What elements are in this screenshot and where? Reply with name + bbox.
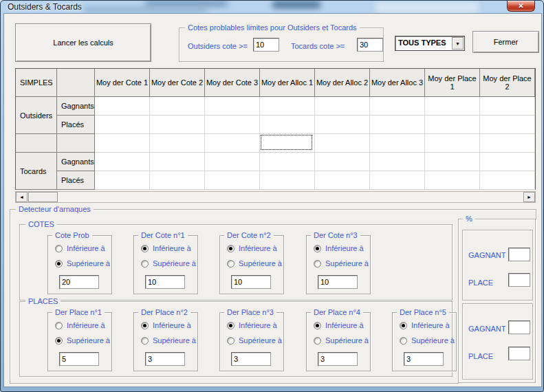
grid-cell[interactable] <box>260 171 315 190</box>
radio-label: Supérieure à <box>67 336 110 345</box>
grid-cell[interactable] <box>260 116 315 134</box>
radio-inferieure[interactable]: Inférieure à <box>227 321 277 329</box>
grid-cell[interactable] <box>370 171 425 190</box>
grid-cell[interactable] <box>425 134 480 153</box>
radio-inferieure[interactable]: Inférieure à <box>141 244 191 252</box>
radio-superieure[interactable]: Supérieure à <box>55 259 110 268</box>
percent-cotes-section: GAGNANT PLACE <box>462 230 533 301</box>
grid-cell[interactable] <box>150 171 205 190</box>
radio-label: Inférieure à <box>239 244 277 252</box>
grid-cell[interactable] <box>95 134 150 153</box>
grid-cell[interactable] <box>315 153 370 171</box>
place-percent-input[interactable] <box>508 347 530 360</box>
threshold-input[interactable] <box>59 275 99 289</box>
grid-cell[interactable] <box>425 116 480 134</box>
launch-calculations-button[interactable]: Lancer les calculs <box>15 23 151 62</box>
threshold-input[interactable] <box>404 352 444 366</box>
grid-cell[interactable] <box>205 134 260 153</box>
grid-cell[interactable] <box>315 97 370 116</box>
frame-cote-prob: Cote Prob Inférieure à Supérieure à <box>47 235 112 294</box>
grid-cell[interactable] <box>370 116 425 134</box>
grid-cell[interactable] <box>315 134 370 153</box>
radio-icon <box>314 337 321 345</box>
grid-cell[interactable] <box>425 97 480 116</box>
scrollbar-thumb[interactable] <box>28 192 58 202</box>
radio-superieure[interactable]: Supérieure à <box>314 259 369 268</box>
grid-cell[interactable] <box>370 97 425 116</box>
results-grid[interactable]: SIMPLES Moy der Cote 1 Moy der Cote 2 Mo… <box>15 68 536 190</box>
grid-cell[interactable] <box>425 153 480 171</box>
grid-cell[interactable] <box>150 116 205 134</box>
radio-icon <box>227 260 235 268</box>
close-button[interactable]: ✕ <box>507 1 535 12</box>
grid-cell[interactable] <box>205 97 260 116</box>
grid-rowgroup-outsiders: Outsiders <box>16 97 57 134</box>
grid-selected-cell[interactable] <box>260 134 315 153</box>
grid-cell[interactable] <box>150 153 205 171</box>
horizontal-scrollbar[interactable]: ◄ ► <box>15 191 536 203</box>
radio-icon <box>141 260 149 268</box>
grid-cell[interactable] <box>315 116 370 134</box>
grid-cell[interactable] <box>480 134 535 153</box>
threshold-input[interactable] <box>318 352 358 366</box>
type-select[interactable]: TOUS TYPES ▼ <box>395 36 465 51</box>
grid-cell[interactable] <box>95 171 150 190</box>
grid-cell[interactable] <box>315 171 370 190</box>
radio-superieure[interactable]: Supérieure à <box>227 259 282 268</box>
grid-cell[interactable] <box>205 116 260 134</box>
grid-cell[interactable] <box>95 116 150 134</box>
threshold-input[interactable] <box>318 275 358 289</box>
outsiders-cote-label: Outsiders cote >= <box>188 42 248 50</box>
radio-inferieure[interactable]: Inférieure à <box>314 244 364 252</box>
fermer-button[interactable]: Fermer <box>472 31 539 53</box>
grid-cell[interactable] <box>205 153 260 171</box>
tocards-cote-input[interactable] <box>357 38 383 52</box>
radio-superieure[interactable]: Supérieure à <box>141 336 196 345</box>
threshold-input[interactable] <box>231 352 271 366</box>
background-blur <box>145 1 228 6</box>
grid-cell[interactable] <box>95 153 150 171</box>
grid-cell[interactable] <box>150 134 205 153</box>
grid-cell[interactable] <box>480 116 535 134</box>
radio-superieure[interactable]: Supérieure à <box>55 336 110 345</box>
threshold-input[interactable] <box>231 275 271 289</box>
grid-cell[interactable] <box>480 171 535 190</box>
threshold-input[interactable] <box>145 275 185 289</box>
radio-inferieure[interactable]: Inférieure à <box>55 244 105 252</box>
grid-cell[interactable] <box>260 97 315 116</box>
grid-cell[interactable] <box>480 97 535 116</box>
grid-cell[interactable] <box>260 153 315 171</box>
scroll-right-button[interactable]: ► <box>523 192 535 202</box>
radio-icon <box>55 337 63 345</box>
grid-cell[interactable] <box>150 97 205 116</box>
radio-superieure[interactable]: Supérieure à <box>400 336 455 345</box>
radio-label: Inférieure à <box>153 244 191 252</box>
radio-inferieure[interactable]: Inférieure à <box>141 321 191 329</box>
frame-title: Der Place n°5 <box>397 307 449 317</box>
threshold-input[interactable] <box>59 352 99 366</box>
frame-title: Der Cote n°3 <box>311 230 360 240</box>
grid-cell[interactable] <box>425 171 480 190</box>
place-percent-input[interactable] <box>508 273 530 287</box>
grid-cell[interactable] <box>480 153 535 171</box>
gagnant-percent-input[interactable] <box>508 320 530 334</box>
radio-inferieure[interactable]: Inférieure à <box>55 321 105 329</box>
grid-cell[interactable] <box>95 97 150 116</box>
gagnant-percent-input[interactable] <box>508 248 530 261</box>
outsiders-cote-input[interactable] <box>253 38 279 52</box>
chevron-down-icon[interactable]: ▼ <box>452 37 464 50</box>
threshold-input[interactable] <box>145 352 185 366</box>
radio-superieure[interactable]: Supérieure à <box>227 336 282 345</box>
radio-inferieure[interactable]: Inférieure à <box>400 321 450 329</box>
radio-superieure[interactable]: Supérieure à <box>141 259 196 268</box>
grid-cell[interactable] <box>370 153 425 171</box>
radio-inferieure[interactable]: Inférieure à <box>227 244 277 252</box>
radio-inferieure[interactable]: Inférieure à <box>314 321 364 329</box>
titlebar[interactable]: Outsiders & Tocards <box>1 1 543 13</box>
radio-superieure[interactable]: Supérieure à <box>314 336 369 345</box>
radio-label: Supérieure à <box>153 336 196 345</box>
grid-cell[interactable] <box>205 171 260 190</box>
grid-cell[interactable] <box>370 134 425 153</box>
scroll-left-button[interactable]: ◄ <box>16 192 28 202</box>
frame-title: Der Place n°2 <box>138 307 191 317</box>
